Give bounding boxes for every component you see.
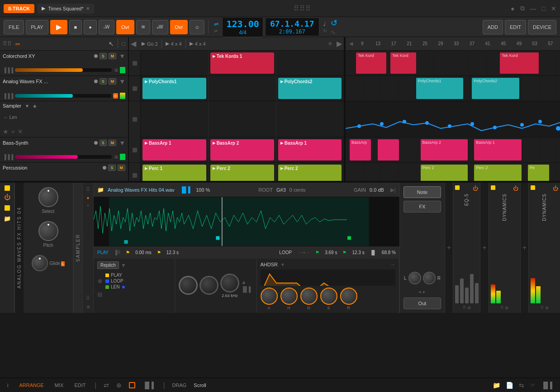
mute-cell-1[interactable] [129,51,141,76]
click-icon[interactable]: ♩ [323,20,327,27]
cell-3-1[interactable]: BassArp 1 [141,137,209,162]
status-icon-3[interactable]: ▐▌▌ [142,382,156,389]
mute-cell-4[interactable] [129,163,141,181]
out-button[interactable]: Out [403,298,441,309]
cell-4-2[interactable]: Perc 2 [209,163,276,181]
cell-s-2[interactable] [209,101,276,137]
mix-tab[interactable]: MIX [53,382,66,389]
main-knob-2[interactable] [199,276,218,295]
cell-1-1[interactable] [141,51,209,76]
track-fader-1[interactable] [15,68,111,72]
write-button[interactable]: ᵤW [99,20,114,34]
cell-s-1[interactable] [141,101,209,137]
maximize-icon[interactable]: □ [542,5,546,12]
info-tab[interactable]: i [5,382,10,389]
close-window-icon[interactable]: ✕ [551,5,556,12]
track-m-1[interactable]: M [109,53,117,59]
cell-2-3[interactable]: PolyChords2 [276,76,344,101]
tl-row-analog[interactable]: PolyChords1 PolyChords2 [346,76,560,101]
power-indicator[interactable] [5,185,10,191]
l-knob[interactable] [408,272,421,284]
minimize-icon[interactable]: — [530,5,536,12]
x-icon[interactable]: ✕ [18,128,23,135]
mute-cell-2[interactable] [129,76,141,101]
file-tab[interactable]: ▶ Times Squared* × [37,4,94,14]
file-status-icon[interactable]: 📄 [506,382,513,389]
transfer-status-icon[interactable]: ⇆ [519,382,524,389]
pattern-button[interactable]: ₒW [152,20,168,34]
glide-knob[interactable] [32,255,48,271]
cell-s-3[interactable] [276,101,344,137]
snowflake-icon[interactable]: ❄ [97,278,103,285]
eq5-power-icon[interactable]: ⏻ [473,185,478,192]
cell-3-2[interactable]: BassArp 2 [209,137,276,162]
folder-icon[interactable]: 📁 [4,215,11,222]
note-button[interactable]: Note [403,186,441,198]
track-m-3[interactable]: M [109,140,117,146]
record-button[interactable]: ● [84,20,97,34]
cell-2-2[interactable] [209,76,276,101]
add-fx-btn2[interactable]: + [480,183,488,313]
main-knob-3[interactable] [220,274,239,293]
select-knob[interactable] [38,187,58,207]
orange-rect-icon[interactable] [129,382,135,388]
pattern-col-2[interactable]: ▶4 x 4 [162,41,185,47]
tl-row-sampler[interactable] [346,101,560,137]
dyn1-power-icon[interactable]: ⏻ [513,185,518,192]
waveform-display[interactable] [94,197,399,246]
ovr2-button[interactable]: Ovr [170,20,188,34]
cell-2-1[interactable]: PolyChords1 [141,76,209,101]
pattern-col-3[interactable]: ▶4 x 4 [186,41,209,47]
cell-4-1[interactable]: Perc 1 [141,163,209,181]
track-s-3[interactable]: S [100,140,107,146]
dyn2-power-icon[interactable]: ⏻ [553,185,558,192]
file-button[interactable]: FILE [4,20,24,34]
loop-icon[interactable]: ↺ [331,18,337,28]
device-button[interactable]: DEVICE [528,20,556,34]
track-fader-3[interactable] [15,155,111,159]
tl-row-bass[interactable]: BassArp BassArp 2 BassArp 1 [346,137,560,163]
env-knob-s[interactable] [320,288,337,305]
arrow-r-icon[interactable]: ▶| [390,187,396,193]
ovr-button[interactable]: Ovr [116,20,134,34]
fx-button[interactable]: FX [403,201,441,213]
repitch-dropdown[interactable]: Repitch [97,261,119,269]
cell-1-2[interactable]: Tek Kords 1 [209,51,276,76]
env-knob-h[interactable] [280,288,298,305]
track-m-2[interactable]: M [109,78,117,85]
cursor-status-icon[interactable]: ☞ [530,382,536,389]
col-scroll-icon[interactable]: ≡ [326,40,335,47]
metro-icon[interactable]: ↻ [323,28,327,34]
folder-sm-icon[interactable]: 📁 [97,187,104,193]
env-knob-r[interactable] [340,288,357,305]
pattern-scroll-right[interactable]: ▶ [335,39,344,48]
plus-icon[interactable]: + [11,128,15,135]
cell-3-3[interactable]: BassArp 1 [276,137,344,162]
env-knob-d[interactable] [300,288,318,305]
mute-cell-3[interactable] [129,137,141,162]
edit-tab[interactable]: EDIT [72,382,87,389]
track-s-2[interactable]: S [100,78,107,85]
track-menu-1[interactable]: ≡ [114,66,118,74]
cell-1-3[interactable] [276,51,344,76]
plus-sm-icon[interactable]: + [87,203,90,208]
power-btn-icon[interactable]: ⏻ [4,194,10,201]
main-knob-1[interactable] [179,276,198,295]
add-button[interactable]: ADD [483,20,503,34]
ahdsr-arrow2[interactable]: → [390,261,395,268]
tl-scroll-left[interactable]: ◀ [347,41,355,47]
play-label-button[interactable]: PLAY [26,20,48,34]
resize-icon[interactable]: ⧉ [520,5,525,12]
add-fx-btn[interactable]: + [445,183,453,313]
add-fx-btn3[interactable]: + [520,183,528,313]
pitch-knob[interactable] [38,221,58,241]
pattern-scroll-left[interactable]: ◀ [129,39,138,48]
track-menu-3[interactable]: ≡ [114,153,118,161]
stop-button[interactable]: ■ [69,20,82,34]
arrange-tab[interactable]: ARRANGE [17,382,45,389]
tl-row-colorchord[interactable]: Tek Kord Tek Kord Tek Kord [346,51,560,76]
mix-button[interactable]: ≋ [136,20,150,34]
track-tab[interactable]: 8-TRACK [4,4,34,13]
edit-button[interactable]: EDIT [505,20,526,34]
tl-row-perc[interactable]: Perc 2 Perc 2 Pe [346,163,560,181]
